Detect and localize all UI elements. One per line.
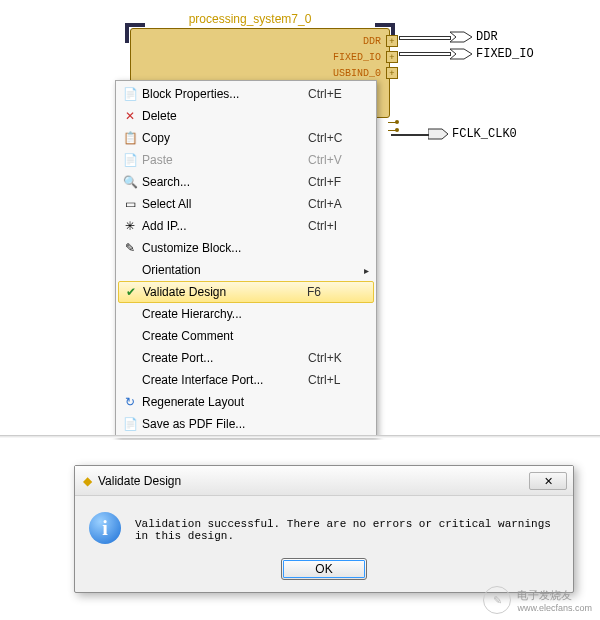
menu-item-shortcut: Ctrl+K [308,351,364,365]
menu-item-create-port[interactable]: Create Port...Ctrl+K [118,347,374,369]
port-pin-r-1[interactable] [388,130,396,131]
menu-item-add-ip[interactable]: ✳Add IP...Ctrl+I [118,215,374,237]
watermark-url: www.elecfans.com [517,603,592,613]
menu-item-delete[interactable]: ✕Delete [118,105,374,127]
menu-item-customize-block[interactable]: ✎Customize Block... [118,237,374,259]
search-icon: 🔍 [122,174,138,190]
menu-item-shortcut: Ctrl+E [308,87,364,101]
ok-button-label: OK [315,562,332,576]
svg-marker-2 [428,129,448,139]
menu-item-regenerate-layout[interactable]: ↻Regenerate Layout [118,391,374,413]
paste-icon: 📄 [122,152,138,168]
menu-item-paste: 📄PasteCtrl+V [118,149,374,171]
menu-item-create-comment[interactable]: Create Comment [118,325,374,347]
menu-icon-blank [122,328,138,344]
customize-icon: ✎ [122,240,138,256]
menu-item-save-as-pdf-file[interactable]: 📄Save as PDF File... [118,413,374,435]
ext-port-ddr[interactable]: DDR [450,29,498,45]
dialog-title-icon: ◆ [83,474,92,488]
context-menu: 📄Block Properties...Ctrl+E✕Delete📋CopyCt… [115,80,377,438]
add-ip-icon: ✳ [122,218,138,234]
menu-item-label: Add IP... [142,219,308,233]
menu-item-copy[interactable]: 📋CopyCtrl+C [118,127,374,149]
menu-item-label: Create Interface Port... [142,373,308,387]
menu-item-label: Delete [142,109,308,123]
block-title: processing_system7_0 [110,12,390,26]
port-label-fixedio: FIXED_IO [333,52,381,63]
port-plus-ddr[interactable]: + [386,35,398,47]
menu-item-label: Validate Design [143,285,307,299]
menu-item-label: Create Comment [142,329,308,343]
canvas-divider [0,435,600,438]
menu-item-block-properties[interactable]: 📄Block Properties...Ctrl+E [118,83,374,105]
wire-fixedio [399,52,451,56]
validate-icon: ✔ [123,284,139,300]
watermark: ✎ 电子发烧友 www.elecfans.com [483,586,592,614]
menu-icon-blank [122,372,138,388]
menu-item-search[interactable]: 🔍Search...Ctrl+F [118,171,374,193]
menu-item-create-hierarchy[interactable]: Create Hierarchy... [118,303,374,325]
ext-port-fixedio-label: FIXED_IO [476,47,534,61]
menu-item-shortcut: Ctrl+A [308,197,364,211]
port-label-ddr: DDR [363,36,381,47]
menu-item-shortcut: Ctrl+C [308,131,364,145]
delete-icon: ✕ [122,108,138,124]
menu-item-label: Create Hierarchy... [142,307,308,321]
menu-item-shortcut: Ctrl+L [308,373,364,387]
wire-fclk [391,134,429,136]
menu-icon-blank [122,306,138,322]
validate-design-dialog: ◆ Validate Design ✕ i Validation success… [74,465,574,593]
menu-item-shortcut: Ctrl+F [308,175,364,189]
dialog-message: Validation successful. There are no erro… [135,512,559,542]
menu-item-label: Orientation [142,263,308,277]
menu-item-label: Regenerate Layout [142,395,308,409]
ext-port-ddr-label: DDR [476,30,498,44]
dialog-title-text: Validate Design [98,474,181,488]
info-icon: i [89,512,121,544]
regen-icon: ↻ [122,394,138,410]
menu-item-shortcut: F6 [307,285,363,299]
dialog-titlebar[interactable]: ◆ Validate Design ✕ [75,466,573,496]
menu-item-label: Copy [142,131,308,145]
menu-item-label: Search... [142,175,308,189]
menu-icon-blank [122,350,138,366]
close-icon: ✕ [544,475,553,487]
port-pin-r-0[interactable] [388,122,396,123]
selection-corner-tl [125,23,145,43]
watermark-icon: ✎ [483,586,511,614]
menu-item-label: Create Port... [142,351,308,365]
pdf-icon: 📄 [122,416,138,432]
props-icon: 📄 [122,86,138,102]
menu-item-label: Block Properties... [142,87,308,101]
dialog-close-button[interactable]: ✕ [529,472,567,490]
menu-item-label: Customize Block... [142,241,308,255]
menu-item-create-interface-port[interactable]: Create Interface Port...Ctrl+L [118,369,374,391]
menu-item-label: Select All [142,197,308,211]
submenu-arrow-icon: ▸ [364,265,374,276]
ok-button[interactable]: OK [281,558,367,580]
port-plus-fixedio[interactable]: + [386,51,398,63]
menu-item-label: Paste [142,153,308,167]
menu-icon-blank [122,262,138,278]
menu-item-label: Save as PDF File... [142,417,308,431]
menu-item-validate-design[interactable]: ✔Validate DesignF6 [118,281,374,303]
ext-port-fclk[interactable]: FCLK_CLK0 [428,127,517,141]
svg-marker-1 [450,49,472,59]
ext-port-fixedio[interactable]: FIXED_IO [450,46,534,62]
ext-port-fclk-label: FCLK_CLK0 [452,127,517,141]
wire-ddr [399,36,451,40]
port-label-usbind: USBIND_0 [333,68,381,79]
select-all-icon: ▭ [122,196,138,212]
svg-marker-0 [450,32,472,42]
design-canvas[interactable]: processing_system7_0 DDR + FIXED_IO + US… [0,0,600,440]
copy-icon: 📋 [122,130,138,146]
watermark-text: 电子发烧友 [517,588,592,603]
menu-item-shortcut: Ctrl+V [308,153,364,167]
menu-item-orientation[interactable]: Orientation▸ [118,259,374,281]
port-plus-usbind[interactable]: + [386,67,398,79]
menu-item-shortcut: Ctrl+I [308,219,364,233]
menu-item-select-all[interactable]: ▭Select AllCtrl+A [118,193,374,215]
